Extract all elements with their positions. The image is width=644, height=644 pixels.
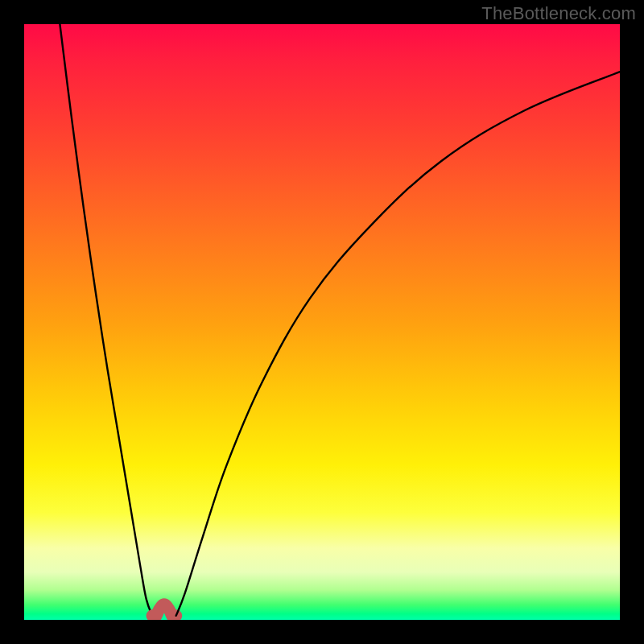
optimum-marker bbox=[152, 605, 176, 618]
curve-left-curve bbox=[60, 24, 152, 616]
chart-curves-group bbox=[60, 24, 620, 617]
chart-frame: TheBottleneck.com bbox=[0, 0, 644, 644]
chart-plot-area bbox=[24, 24, 620, 620]
watermark-text: TheBottleneck.com bbox=[481, 3, 636, 24]
curve-right-curve bbox=[176, 72, 620, 616]
chart-curves-svg bbox=[24, 24, 620, 620]
